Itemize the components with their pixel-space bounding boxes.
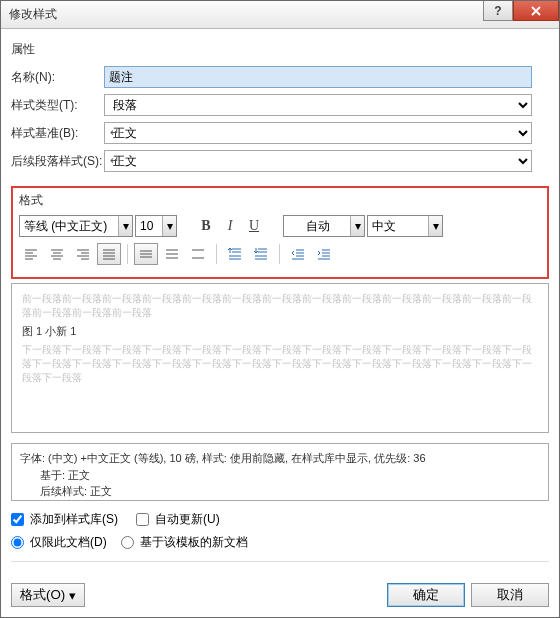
return-icon: ↵ bbox=[110, 154, 119, 167]
cancel-button[interactable]: 取消 bbox=[471, 583, 549, 607]
help-button[interactable]: ? bbox=[483, 1, 513, 21]
chevron-down-icon: ▾ bbox=[162, 216, 176, 236]
only-this-doc-radio[interactable] bbox=[11, 536, 24, 549]
align-left-icon bbox=[24, 248, 38, 260]
preview-pane: 前一段落前一段落前一段落前一段落前一段落前一段落前一段落前一段落前一段落前一段落… bbox=[11, 283, 549, 433]
line-spacing-15-icon bbox=[165, 248, 179, 260]
font-select[interactable]: 等线 (中文正文) ▾ bbox=[19, 215, 133, 237]
based-template-radio[interactable] bbox=[121, 536, 134, 549]
increase-indent-button[interactable] bbox=[312, 243, 336, 265]
font-size-select[interactable]: 10 ▾ bbox=[135, 215, 177, 237]
close-button[interactable] bbox=[513, 1, 559, 21]
add-to-gallery-checkbox[interactable] bbox=[11, 513, 24, 526]
line-spacing-15-button[interactable] bbox=[160, 243, 184, 265]
preview-ghost-before: 前一段落前一段落前一段落前一段落前一段落前一段落前一段落前一段落前一段落前一段落… bbox=[22, 292, 538, 320]
line-spacing-1-button[interactable] bbox=[134, 243, 158, 265]
close-icon bbox=[531, 6, 541, 16]
decrease-indent-button[interactable] bbox=[286, 243, 310, 265]
chevron-down-icon: ▾ bbox=[69, 588, 76, 603]
space-before-inc-icon bbox=[228, 247, 242, 261]
style-description: 字体: (中文) +中文正文 (等线), 10 磅, 样式: 使用前隐藏, 在样… bbox=[11, 443, 549, 501]
ok-button[interactable]: 确定 bbox=[387, 583, 465, 607]
font-color-select[interactable]: 自动 ▾ bbox=[283, 215, 365, 237]
preview-ghost-after: 下一段落下一段落下一段落下一段落下一段落下一段落下一段落下一段落下一段落下一段落… bbox=[22, 343, 538, 385]
modify-style-dialog: 修改样式 ? 属性 名称(N): 样式类型(T): 段落 样式基准(B): ↵ … bbox=[0, 0, 560, 618]
space-before-dec-button[interactable] bbox=[249, 243, 273, 265]
dialog-title: 修改样式 bbox=[9, 6, 57, 23]
style-base-label: 样式基准(B): bbox=[11, 125, 104, 142]
only-this-doc-label: 仅限此文档(D) bbox=[30, 534, 107, 551]
name-input[interactable] bbox=[104, 66, 532, 88]
align-center-icon bbox=[50, 248, 64, 260]
bold-button[interactable]: B bbox=[195, 215, 217, 237]
titlebar: 修改样式 ? bbox=[1, 1, 559, 29]
follow-style-select[interactable]: 正文 bbox=[104, 150, 532, 172]
chevron-down-icon: ▾ bbox=[118, 216, 132, 236]
line-spacing-1-icon bbox=[139, 248, 153, 260]
auto-update-label: 自动更新(U) bbox=[155, 511, 220, 528]
align-justify-button[interactable] bbox=[97, 243, 121, 265]
chevron-down-icon: ▾ bbox=[428, 216, 442, 236]
space-before-inc-button[interactable] bbox=[223, 243, 247, 265]
preview-main-text: 图 1 小新 1 bbox=[22, 324, 538, 339]
separator bbox=[11, 561, 549, 562]
underline-button[interactable]: U bbox=[243, 215, 265, 237]
add-to-gallery-label: 添加到样式库(S) bbox=[30, 511, 118, 528]
format-label: 格式 bbox=[19, 192, 541, 209]
align-justify-icon bbox=[102, 248, 116, 260]
increase-indent-icon bbox=[317, 248, 331, 260]
align-right-icon bbox=[76, 248, 90, 260]
chevron-down-icon: ▾ bbox=[350, 216, 364, 236]
align-right-button[interactable] bbox=[71, 243, 95, 265]
decrease-indent-icon bbox=[291, 248, 305, 260]
follow-style-label: 后续段落样式(S): bbox=[11, 153, 104, 170]
format-section: 格式 等线 (中文正文) ▾ 10 ▾ B I U 自动 ▾ bbox=[11, 186, 549, 279]
auto-update-checkbox[interactable] bbox=[136, 513, 149, 526]
style-type-select[interactable]: 段落 bbox=[104, 94, 532, 116]
space-before-dec-icon bbox=[254, 247, 268, 261]
line-spacing-2-icon bbox=[191, 248, 205, 260]
format-menu-button[interactable]: 格式(O) ▾ bbox=[11, 583, 85, 607]
properties-label: 属性 bbox=[11, 41, 549, 58]
line-spacing-2-button[interactable] bbox=[186, 243, 210, 265]
align-center-button[interactable] bbox=[45, 243, 69, 265]
italic-button[interactable]: I bbox=[219, 215, 241, 237]
name-label: 名称(N): bbox=[11, 69, 104, 86]
return-icon: ↵ bbox=[110, 126, 119, 139]
align-left-button[interactable] bbox=[19, 243, 43, 265]
style-type-label: 样式类型(T): bbox=[11, 97, 104, 114]
style-base-select[interactable]: 正文 bbox=[104, 122, 532, 144]
based-template-label: 基于该模板的新文档 bbox=[140, 534, 248, 551]
language-select[interactable]: 中文 ▾ bbox=[367, 215, 443, 237]
